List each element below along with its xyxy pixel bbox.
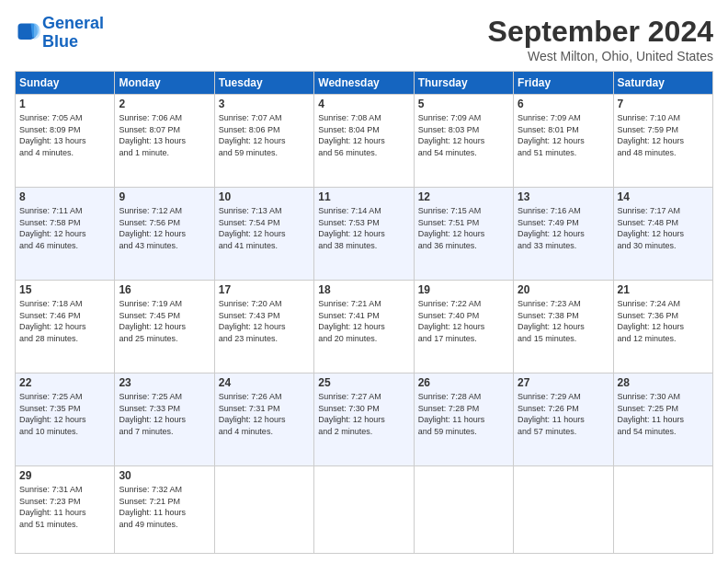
calendar-cell: 18Sunrise: 7:21 AM Sunset: 7:41 PM Dayli… xyxy=(314,280,414,373)
day-info: Sunrise: 7:10 AM Sunset: 7:59 PM Dayligh… xyxy=(618,112,709,158)
column-header-wednesday: Wednesday xyxy=(314,72,414,95)
day-info: Sunrise: 7:23 AM Sunset: 7:38 PM Dayligh… xyxy=(518,298,609,344)
day-info: Sunrise: 7:25 AM Sunset: 7:35 PM Dayligh… xyxy=(19,391,110,437)
calendar-cell: 19Sunrise: 7:22 AM Sunset: 7:40 PM Dayli… xyxy=(414,280,513,373)
calendar-week-row: 8Sunrise: 7:11 AM Sunset: 7:58 PM Daylig… xyxy=(16,187,713,280)
calendar-week-row: 1Sunrise: 7:05 AM Sunset: 8:09 PM Daylig… xyxy=(16,95,713,188)
calendar-cell xyxy=(214,465,313,553)
location: West Milton, Ohio, United States xyxy=(488,49,713,63)
day-number: 24 xyxy=(219,376,310,389)
day-number: 14 xyxy=(618,190,709,203)
day-info: Sunrise: 7:07 AM Sunset: 8:06 PM Dayligh… xyxy=(219,112,310,158)
logo-text: General Blue xyxy=(42,15,104,52)
calendar-week-row: 22Sunrise: 7:25 AM Sunset: 7:35 PM Dayli… xyxy=(16,373,713,465)
day-info: Sunrise: 7:25 AM Sunset: 7:33 PM Dayligh… xyxy=(119,391,210,437)
day-number: 9 xyxy=(119,190,210,203)
calendar-cell: 5Sunrise: 7:09 AM Sunset: 8:03 PM Daylig… xyxy=(414,95,513,188)
day-info: Sunrise: 7:14 AM Sunset: 7:53 PM Dayligh… xyxy=(318,205,409,251)
day-info: Sunrise: 7:27 AM Sunset: 7:30 PM Dayligh… xyxy=(318,391,409,437)
day-number: 11 xyxy=(318,190,409,203)
calendar-cell: 12Sunrise: 7:15 AM Sunset: 7:51 PM Dayli… xyxy=(414,187,513,280)
day-info: Sunrise: 7:11 AM Sunset: 7:58 PM Dayligh… xyxy=(19,205,110,251)
calendar-cell: 25Sunrise: 7:27 AM Sunset: 7:30 PM Dayli… xyxy=(314,373,414,465)
day-info: Sunrise: 7:17 AM Sunset: 7:48 PM Dayligh… xyxy=(618,205,709,251)
column-header-monday: Monday xyxy=(115,72,214,95)
calendar-cell xyxy=(314,465,414,553)
header: General Blue September 2024 West Milton,… xyxy=(15,15,713,63)
day-number: 8 xyxy=(19,190,110,203)
calendar-cell: 6Sunrise: 7:09 AM Sunset: 8:01 PM Daylig… xyxy=(514,95,613,188)
day-info: Sunrise: 7:09 AM Sunset: 8:01 PM Dayligh… xyxy=(518,112,609,158)
calendar-cell: 9Sunrise: 7:12 AM Sunset: 7:56 PM Daylig… xyxy=(115,187,214,280)
day-number: 16 xyxy=(119,283,210,296)
day-number: 1 xyxy=(19,98,110,110)
day-info: Sunrise: 7:29 AM Sunset: 7:26 PM Dayligh… xyxy=(518,391,609,437)
day-number: 29 xyxy=(19,469,110,482)
day-number: 15 xyxy=(19,283,110,296)
column-header-saturday: Saturday xyxy=(613,72,712,95)
calendar-cell: 7Sunrise: 7:10 AM Sunset: 7:59 PM Daylig… xyxy=(613,95,712,188)
day-info: Sunrise: 7:16 AM Sunset: 7:49 PM Dayligh… xyxy=(518,205,609,251)
day-number: 19 xyxy=(418,283,509,296)
day-info: Sunrise: 7:08 AM Sunset: 8:04 PM Dayligh… xyxy=(318,112,409,158)
column-header-thursday: Thursday xyxy=(414,72,513,95)
column-header-friday: Friday xyxy=(514,72,613,95)
day-number: 2 xyxy=(119,98,210,110)
calendar-cell xyxy=(414,465,513,553)
day-info: Sunrise: 7:21 AM Sunset: 7:41 PM Dayligh… xyxy=(318,298,409,344)
calendar-cell: 22Sunrise: 7:25 AM Sunset: 7:35 PM Dayli… xyxy=(16,373,115,465)
calendar-cell: 11Sunrise: 7:14 AM Sunset: 7:53 PM Dayli… xyxy=(314,187,414,280)
calendar-week-row: 29Sunrise: 7:31 AM Sunset: 7:23 PM Dayli… xyxy=(16,465,713,553)
day-number: 7 xyxy=(618,98,709,110)
calendar-cell: 28Sunrise: 7:30 AM Sunset: 7:25 PM Dayli… xyxy=(613,373,712,465)
day-number: 25 xyxy=(318,376,409,389)
calendar-cell: 21Sunrise: 7:24 AM Sunset: 7:36 PM Dayli… xyxy=(613,280,712,373)
calendar-cell: 24Sunrise: 7:26 AM Sunset: 7:31 PM Dayli… xyxy=(214,373,313,465)
day-number: 20 xyxy=(518,283,609,296)
calendar-cell: 13Sunrise: 7:16 AM Sunset: 7:49 PM Dayli… xyxy=(514,187,613,280)
day-info: Sunrise: 7:22 AM Sunset: 7:40 PM Dayligh… xyxy=(418,298,509,344)
logo-icon xyxy=(15,20,40,46)
day-info: Sunrise: 7:13 AM Sunset: 7:54 PM Dayligh… xyxy=(219,205,310,251)
calendar-cell: 29Sunrise: 7:31 AM Sunset: 7:23 PM Dayli… xyxy=(16,465,115,553)
day-info: Sunrise: 7:20 AM Sunset: 7:43 PM Dayligh… xyxy=(219,298,310,344)
calendar-cell: 1Sunrise: 7:05 AM Sunset: 8:09 PM Daylig… xyxy=(16,95,115,188)
day-number: 13 xyxy=(518,190,609,203)
day-number: 22 xyxy=(19,376,110,389)
day-info: Sunrise: 7:19 AM Sunset: 7:45 PM Dayligh… xyxy=(119,298,210,344)
calendar-cell: 14Sunrise: 7:17 AM Sunset: 7:48 PM Dayli… xyxy=(613,187,712,280)
calendar-cell xyxy=(514,465,613,553)
day-number: 27 xyxy=(518,376,609,389)
calendar-cell: 8Sunrise: 7:11 AM Sunset: 7:58 PM Daylig… xyxy=(16,187,115,280)
day-number: 26 xyxy=(418,376,509,389)
calendar-cell: 10Sunrise: 7:13 AM Sunset: 7:54 PM Dayli… xyxy=(214,187,313,280)
day-number: 30 xyxy=(119,469,210,482)
calendar-header-row: SundayMondayTuesdayWednesdayThursdayFrid… xyxy=(16,72,713,95)
page: General Blue September 2024 West Milton,… xyxy=(0,0,728,563)
day-info: Sunrise: 7:32 AM Sunset: 7:21 PM Dayligh… xyxy=(119,484,210,530)
day-number: 17 xyxy=(219,283,310,296)
calendar-cell: 20Sunrise: 7:23 AM Sunset: 7:38 PM Dayli… xyxy=(514,280,613,373)
day-number: 21 xyxy=(618,283,709,296)
day-info: Sunrise: 7:31 AM Sunset: 7:23 PM Dayligh… xyxy=(19,484,110,530)
title-block: September 2024 West Milton, Ohio, United… xyxy=(488,15,713,63)
day-info: Sunrise: 7:18 AM Sunset: 7:46 PM Dayligh… xyxy=(19,298,110,344)
day-info: Sunrise: 7:28 AM Sunset: 7:28 PM Dayligh… xyxy=(418,391,509,437)
calendar-cell: 26Sunrise: 7:28 AM Sunset: 7:28 PM Dayli… xyxy=(414,373,513,465)
calendar-cell: 15Sunrise: 7:18 AM Sunset: 7:46 PM Dayli… xyxy=(16,280,115,373)
column-header-sunday: Sunday xyxy=(16,72,115,95)
day-info: Sunrise: 7:05 AM Sunset: 8:09 PM Dayligh… xyxy=(19,112,110,158)
day-info: Sunrise: 7:12 AM Sunset: 7:56 PM Dayligh… xyxy=(119,205,210,251)
day-number: 3 xyxy=(219,98,310,110)
day-info: Sunrise: 7:26 AM Sunset: 7:31 PM Dayligh… xyxy=(219,391,310,437)
calendar-cell: 17Sunrise: 7:20 AM Sunset: 7:43 PM Dayli… xyxy=(214,280,313,373)
calendar-cell: 4Sunrise: 7:08 AM Sunset: 8:04 PM Daylig… xyxy=(314,95,414,188)
day-info: Sunrise: 7:15 AM Sunset: 7:51 PM Dayligh… xyxy=(418,205,509,251)
day-number: 23 xyxy=(119,376,210,389)
calendar-cell: 16Sunrise: 7:19 AM Sunset: 7:45 PM Dayli… xyxy=(115,280,214,373)
logo: General Blue xyxy=(15,15,104,52)
day-number: 28 xyxy=(618,376,709,389)
day-number: 4 xyxy=(318,98,409,110)
day-number: 12 xyxy=(418,190,509,203)
calendar-table: SundayMondayTuesdayWednesdayThursdayFrid… xyxy=(15,71,713,554)
